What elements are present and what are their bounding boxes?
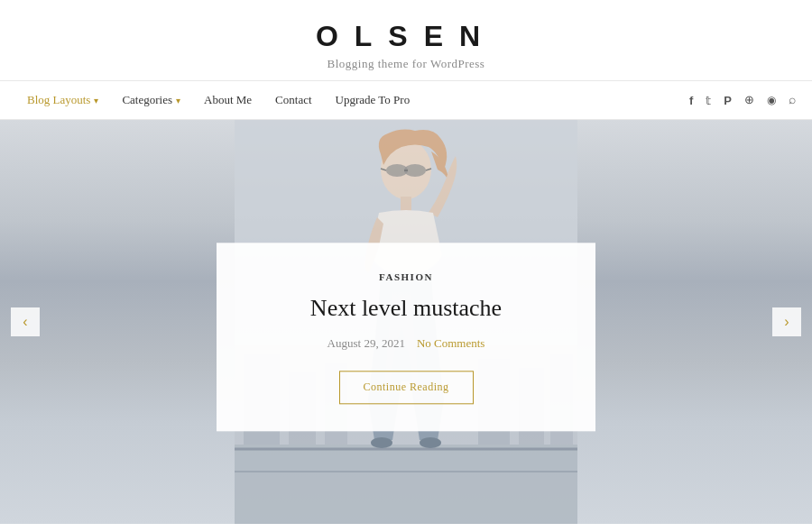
globe-icon[interactable]: ⊕ bbox=[744, 93, 754, 107]
nav-upgrade[interactable]: Upgrade To Pro bbox=[325, 80, 421, 120]
svg-rect-8 bbox=[235, 445, 577, 524]
navigation: Blog Layouts ▾ Categories ▾ About Me Con… bbox=[0, 80, 812, 120]
post-category: Fashion bbox=[253, 271, 559, 282]
social-icons: f 𝕥 P ⊕ ◉ ⌕ bbox=[689, 93, 796, 107]
rss-icon[interactable]: ◉ bbox=[767, 94, 776, 107]
post-meta: August 29, 2021 No Comments bbox=[253, 336, 559, 351]
svg-point-18 bbox=[371, 437, 392, 448]
site-header: OLSEN Blogging theme for WordPress bbox=[0, 0, 812, 80]
next-slide-button[interactable]: › bbox=[772, 307, 801, 336]
post-card: Fashion Next level mustache August 29, 2… bbox=[217, 243, 595, 431]
pinterest-icon[interactable]: P bbox=[724, 94, 732, 107]
nav-menu: Blog Layouts ▾ Categories ▾ About Me Con… bbox=[16, 80, 420, 120]
post-date: August 29, 2021 bbox=[328, 336, 405, 350]
hero-slideshow: Fashion Next level mustache August 29, 2… bbox=[0, 120, 812, 524]
site-tagline: Blogging theme for WordPress bbox=[0, 57, 812, 71]
site-title: OLSEN bbox=[0, 20, 812, 53]
nav-about[interactable]: About Me bbox=[193, 80, 263, 120]
facebook-icon[interactable]: f bbox=[689, 94, 693, 107]
twitter-icon[interactable]: 𝕥 bbox=[706, 94, 711, 107]
post-comments[interactable]: No Comments bbox=[417, 336, 484, 350]
svg-point-19 bbox=[420, 437, 441, 448]
post-title: Next level mustache bbox=[253, 293, 559, 324]
nav-categories[interactable]: Categories ▾ bbox=[111, 80, 191, 120]
chevron-down-icon: ▾ bbox=[176, 96, 180, 105]
nav-blog-layouts[interactable]: Blog Layouts ▾ bbox=[16, 80, 109, 120]
nav-contact[interactable]: Contact bbox=[264, 80, 322, 120]
chevron-down-icon: ▾ bbox=[94, 96, 98, 105]
continue-reading-button[interactable]: Continue Reading bbox=[339, 371, 474, 404]
prev-slide-button[interactable]: ‹ bbox=[11, 307, 40, 336]
search-icon[interactable]: ⌕ bbox=[789, 93, 796, 107]
